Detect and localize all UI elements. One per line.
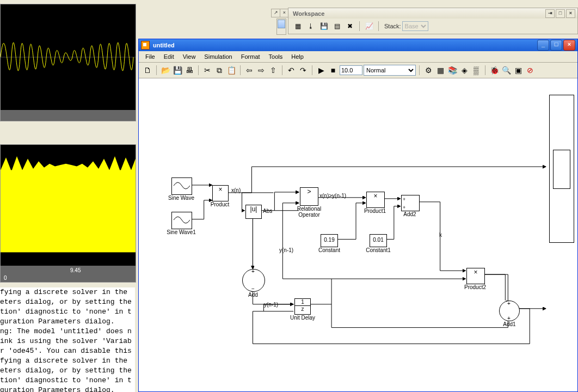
menu-help[interactable]: Help [287, 52, 308, 61]
stack-select[interactable]: Base [402, 21, 428, 31]
plot-icon[interactable]: 📈 [363, 20, 375, 32]
cut-icon[interactable]: ✂ [202, 65, 213, 76]
tool2-icon[interactable]: 🔍 [501, 65, 512, 76]
model-explorer-icon[interactable]: ◈ [459, 65, 470, 76]
abs-block[interactable]: |u| [245, 205, 262, 219]
refresh-icon[interactable]: ▒ [471, 65, 482, 76]
stop-time-input[interactable] [340, 65, 362, 75]
simulink-window: untitled _ □ × File Edit View Simulation… [138, 39, 578, 392]
product-label: Product [207, 201, 232, 207]
menu-view[interactable]: View [179, 52, 200, 61]
product1-label: Product1 [362, 208, 388, 214]
add-label: Add [247, 292, 260, 298]
redo-icon[interactable]: ↷ [298, 65, 309, 76]
add-block[interactable]: + − [242, 269, 265, 292]
workspace-header: Workspace ⇥ □ × [288, 8, 578, 20]
save-icon[interactable]: 💾 [172, 65, 183, 76]
back-icon[interactable]: ⇦ [244, 65, 255, 76]
undo-icon[interactable]: ↶ [286, 65, 297, 76]
signal-k: k [439, 232, 442, 238]
save-ws-icon[interactable]: 💾 [318, 20, 330, 32]
close-button[interactable]: × [563, 40, 575, 51]
menu-edit[interactable]: Edit [159, 52, 179, 61]
product1-block[interactable]: × [366, 192, 385, 208]
signal-y1: y(n-1) [279, 247, 293, 253]
unit-delay-label: Unit Delay [287, 315, 318, 321]
constant1-label: Constant1 [363, 247, 393, 253]
scope-tick-x: 9.45 [70, 267, 81, 273]
tool4-icon[interactable]: ⊘ [525, 65, 536, 76]
import-icon[interactable]: ⭳ [305, 20, 317, 32]
signal-xn: x(n) [231, 187, 241, 193]
new-model-icon[interactable]: 🗋 [142, 65, 153, 76]
build-icon[interactable]: ⚙ [423, 65, 434, 76]
unit-delay-block[interactable]: 1 z [294, 298, 311, 315]
scope-plot-2 [1, 145, 136, 271]
menu-tools[interactable]: Tools [265, 52, 287, 61]
workspace-maximize-button[interactable]: □ [556, 9, 565, 18]
menu-format[interactable]: Format [237, 52, 265, 61]
run-icon[interactable]: ▶ [316, 65, 327, 76]
abs-label: Abs [263, 208, 272, 214]
add2-label: Add2 [400, 211, 420, 217]
forward-icon[interactable]: ⇨ [256, 65, 267, 76]
product-block[interactable]: × [212, 185, 229, 201]
maximize-button[interactable]: □ [550, 40, 562, 51]
scope-plot-1 [1, 4, 136, 110]
add1-label: Add1 [500, 321, 519, 327]
menu-file[interactable]: File [141, 52, 159, 61]
constant-block[interactable]: 0.19 [321, 234, 338, 247]
stop-icon[interactable]: ■ [328, 65, 339, 76]
menubar: File Edit View Simulation Format Tools H… [139, 51, 577, 63]
product2-block[interactable]: × [466, 268, 485, 284]
titlebar[interactable]: untitled _ □ × [139, 39, 577, 51]
open-icon[interactable]: 📂 [160, 65, 171, 76]
window-title: untitled [153, 42, 175, 48]
workspace-title: Workspace [293, 10, 325, 17]
library-icon[interactable]: 📚 [447, 65, 458, 76]
scope-panel-1 [0, 4, 136, 121]
stack-label: Stack: [384, 23, 401, 29]
product2-label: Product2 [462, 284, 488, 290]
simulink-icon [141, 41, 150, 50]
sine-wave-block[interactable] [171, 177, 192, 195]
sine-wave-label: Sine Wave [165, 195, 198, 201]
debug-icon[interactable]: 🐞 [489, 65, 500, 76]
scope-tick-zero: 0 [4, 275, 7, 281]
workspace-close-button[interactable]: × [566, 9, 575, 18]
undock-button[interactable]: ↗ [271, 9, 280, 17]
relop-label: Relational Operator [291, 206, 327, 218]
vertical-scrollbar[interactable] [276, 19, 286, 35]
command-window-text: fying a discrete solver in the eters dia… [0, 287, 135, 392]
workspace-toolbar: ▦ ⭳ 💾 ▤ ✖ 📈 Stack: Base [288, 19, 578, 34]
print-icon[interactable]: 🖶 [184, 65, 195, 76]
target-icon[interactable]: ▦ [435, 65, 446, 76]
add2-block[interactable]: + + [401, 195, 420, 211]
constant1-block[interactable]: 0.01 [370, 234, 387, 247]
sine-wave1-label: Sine Wave1 [163, 229, 200, 235]
menu-simulation[interactable]: Simulation [200, 52, 236, 61]
up-icon[interactable]: ⇧ [268, 65, 279, 76]
signal-y2: y(n-1) [264, 302, 278, 308]
tool3-icon[interactable]: ▣ [513, 65, 524, 76]
new-var-icon[interactable]: ▦ [292, 20, 304, 32]
print-ws-icon[interactable]: ▤ [331, 20, 343, 32]
mode-select[interactable]: Normal [364, 65, 416, 76]
toolbar: 🗋 📂 💾 🖶 ✂ ⧉ 📋 ⇦ ⇨ ⇧ ↶ ↷ ▶ ■ Normal ⚙ ▦ 📚… [139, 63, 577, 78]
model-canvas[interactable]: Sine Wave Sine Wave1 × Product x(n) |u| … [139, 78, 577, 391]
copy-icon[interactable]: ⧉ [214, 65, 225, 76]
add1-block[interactable]: + + [499, 301, 520, 321]
relop-block[interactable]: > [300, 187, 318, 206]
paste-icon[interactable]: 📋 [226, 65, 237, 76]
constant-label: Constant [315, 247, 343, 253]
workspace-dock-button[interactable]: ⇥ [545, 9, 555, 18]
scope-panel-2: 9.45 0 [0, 144, 136, 283]
delete-var-icon[interactable]: ✖ [344, 20, 356, 32]
scope-block[interactable] [549, 95, 574, 243]
signal-xy: x(n)>y(n-1) [319, 193, 346, 199]
minimize-button[interactable]: _ [537, 40, 549, 51]
sine-wave1-block[interactable] [171, 212, 192, 229]
